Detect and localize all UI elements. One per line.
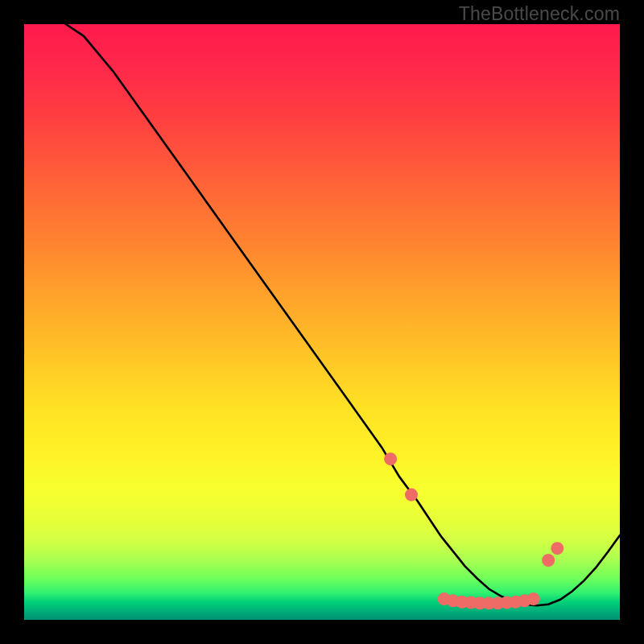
chart-frame: TheBottleneck.com [0, 0, 644, 644]
bottleneck-curve [30, 0, 620, 605]
marker-dot [384, 452, 397, 465]
marker-dot [405, 489, 418, 502]
marker-dot [542, 554, 555, 567]
marker-group [384, 452, 564, 609]
marker-dot [527, 592, 540, 605]
curve-layer [24, 24, 620, 620]
attribution-label: TheBottleneck.com [459, 3, 620, 25]
marker-dot [551, 542, 564, 555]
plot-area [24, 24, 620, 620]
